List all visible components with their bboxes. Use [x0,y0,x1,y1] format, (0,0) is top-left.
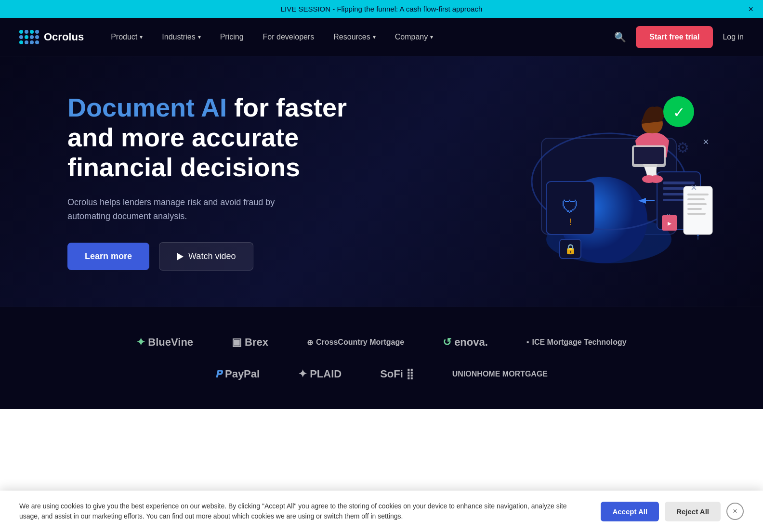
nav-item-developers[interactable]: For developers [255,29,322,45]
logo-sofi: SoFi ⣿ [380,368,414,380]
logo-brex: ▣ Brex [232,336,268,349]
enova-symbol: ↺ [443,336,451,349]
hero-title: Document AI for faster and more accurate… [67,92,376,182]
login-link[interactable]: Log in [723,33,744,41]
hero-buttons: Learn more Watch video [67,242,376,271]
cookie-buttons: Accept All Reject All × [601,502,744,521]
logo-dots-icon [19,30,39,44]
chevron-down-icon: ▾ [198,34,201,40]
hero-content: Document AI for faster and more accurate… [67,92,376,271]
navbar: Ocrolus Product ▾ Industries ▾ Pricing F… [0,18,763,56]
svg-text:✓: ✓ [673,104,685,120]
svg-point-29 [649,175,663,183]
banner-close-button[interactable]: × [748,5,753,13]
svg-rect-17 [687,194,709,195]
logo-ice: ▪ ICE Mortgage Technology [526,338,627,347]
search-icon[interactable]: 🔍 [614,31,626,43]
ice-symbol: ▪ [526,338,529,347]
learn-more-button[interactable]: Learn more [67,243,149,270]
nav-item-pricing[interactable]: Pricing [212,29,251,45]
svg-rect-19 [687,203,707,205]
hero-section: Document AI for faster and more accurate… [0,56,763,307]
sofi-symbol: ⣿ [406,368,414,380]
cookie-close-button[interactable]: × [726,503,744,520]
logo-paypal: 𝙋 PayPal [215,368,260,380]
svg-rect-13 [663,199,684,201]
paypal-symbol: 𝙋 [215,368,222,380]
logos-row-2: 𝙋 PayPal ✦ PLAID SoFi ⣿ UNIONHOME MORTGA… [39,368,724,380]
svg-text:!: ! [569,217,571,227]
bluevine-symbol: ✦ [136,336,145,349]
hero-title-highlight: Document AI [67,93,227,122]
svg-text:🔒: 🔒 [565,243,577,255]
cookie-banner: We are using cookies to give you the bes… [0,491,763,532]
nav-item-company[interactable]: Company ▾ [387,29,441,45]
watch-video-button[interactable]: Watch video [159,242,253,271]
svg-text:↑: ↑ [696,232,700,241]
svg-rect-18 [687,198,705,200]
chevron-down-icon: ▾ [430,34,433,40]
nav-item-resources[interactable]: Resources ▾ [326,29,383,45]
nav-right: 🔍 Start free trial Log in [614,26,744,48]
chevron-down-icon: ▾ [140,34,143,40]
crosscountry-symbol: ⊕ [307,338,313,347]
svg-rect-21 [687,213,706,215]
cookie-text: We are using cookies to give you the bes… [19,501,586,521]
svg-text:🛡: 🛡 [562,197,579,217]
play-icon [177,253,184,260]
logo-plaid: ✦ PLAID [298,368,342,380]
logos-section: ✦ BlueVine ▣ Brex ⊕ CrossCountry Mortgag… [0,307,763,409]
start-trial-button[interactable]: Start free trial [636,26,713,48]
logo-unionhome: UNIONHOME MORTGAGE [452,370,548,378]
nav-item-industries[interactable]: Industries ▾ [154,29,208,45]
nav-item-product[interactable]: Product ▾ [103,29,150,45]
reject-all-button[interactable]: Reject All [665,502,721,521]
hero-subtitle: Ocrolus helps lenders manage risk and av… [67,195,308,223]
logo-text: Ocrolus [44,31,84,43]
logo-enova: ↺ enova. [443,336,488,349]
plaid-symbol: ✦ [298,368,307,380]
brex-symbol: ▣ [232,336,242,349]
logos-row-1: ✦ BlueVine ▣ Brex ⊕ CrossCountry Mortgag… [39,336,724,349]
svg-text:▸: ▸ [668,219,671,227]
nav-items: Product ▾ Industries ▾ Pricing For devel… [103,29,614,45]
hero-illustration: 🛡 ! 🔒 Doc [513,76,715,278]
hero-illustration-svg: 🛡 ! 🔒 Doc [513,76,715,278]
banner-text: LIVE SESSION - Flipping the funnel: A ca… [281,5,483,13]
logo[interactable]: Ocrolus [19,30,84,44]
svg-rect-20 [687,208,702,210]
logo-crosscountry: ⊕ CrossCountry Mortgage [307,338,404,347]
svg-text:×: × [691,182,697,194]
svg-rect-27 [634,147,664,164]
top-banner: LIVE SESSION - Flipping the funnel: A ca… [0,0,763,18]
accept-all-button[interactable]: Accept All [601,502,659,521]
svg-text:×: × [703,136,709,148]
logo-bluevine: ✦ BlueVine [136,336,193,349]
svg-text:⚙: ⚙ [676,140,689,156]
svg-rect-10 [663,182,695,184]
chevron-down-icon: ▾ [373,34,376,40]
